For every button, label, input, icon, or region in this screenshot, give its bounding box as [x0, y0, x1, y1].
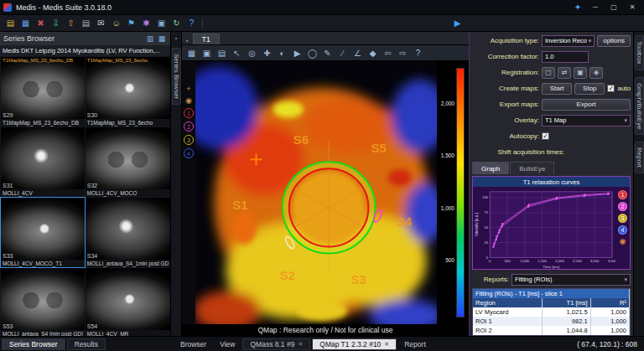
- layout-icon[interactable]: ▣: [154, 17, 169, 30]
- series-thumbnail-S54[interactable]: S54MOLLI_4CV_MR: [86, 268, 170, 336]
- mail-icon[interactable]: ✉: [94, 17, 108, 30]
- app-tab-browser[interactable]: Browser: [174, 340, 212, 348]
- anonymize-icon[interactable]: ☺: [109, 17, 123, 30]
- auto-checkbox[interactable]: ✓: [607, 85, 615, 92]
- reg-deform-button[interactable]: ◈: [589, 67, 603, 79]
- refresh-icon[interactable]: ↻: [169, 17, 184, 30]
- app-tab-view[interactable]: View: [214, 340, 241, 348]
- legend-roi-2[interactable]: 2: [618, 202, 627, 211]
- flag-icon[interactable]: ⚑: [124, 17, 138, 30]
- export-icon[interactable]: ⇧: [64, 17, 78, 30]
- import-icon[interactable]: ⇩: [49, 17, 63, 30]
- list-view-icon[interactable]: ▦: [157, 34, 167, 43]
- save-icon[interactable]: ▦: [184, 46, 199, 59]
- legend-roi-3[interactable]: 3: [618, 214, 627, 223]
- close-tab-icon[interactable]: ✕: [384, 341, 389, 348]
- t1-map-image[interactable]: S1S2S3S4S5S6: [195, 61, 437, 324]
- start-button[interactable]: Start: [542, 83, 572, 95]
- tab-series-browser[interactable]: Series Browser: [2, 338, 65, 350]
- contrast-icon[interactable]: ◐: [275, 46, 289, 59]
- t1-curve-plot[interactable]: 05001,0001,5002,0002,5003,0003,500025507…: [473, 187, 615, 269]
- reg-translate-button[interactable]: ⇄: [558, 67, 571, 79]
- roi-4-button[interactable]: 4: [184, 148, 194, 158]
- dock-tab-report[interactable]: Report: [635, 142, 644, 173]
- dock-tab-graph-bullseye[interactable]: Graph/BullsEye: [635, 77, 644, 136]
- series-thumbnail-S34[interactable]: S34MOLLI_antava_S4_1min post GD: [86, 198, 170, 267]
- stop-button[interactable]: Stop: [574, 83, 605, 95]
- tab-graph[interactable]: Graph: [472, 162, 509, 174]
- app-tab-report[interactable]: Report: [398, 340, 432, 348]
- report-row[interactable]: LV Myocard1,021.51,000: [473, 307, 630, 317]
- reg-none-button[interactable]: ▢: [542, 67, 555, 79]
- series-thumbnail-S53[interactable]: S53MOLLI_antava_S4 [min post GD]: [1, 268, 85, 336]
- reports-select[interactable]: Fitting (ROIs) ▾: [512, 274, 631, 286]
- column-r2[interactable]: R²: [590, 298, 629, 307]
- contour-icon[interactable]: ◯: [305, 46, 319, 59]
- angle-icon[interactable]: ∠: [351, 46, 365, 59]
- close-tab-icon[interactable]: ✕: [298, 341, 303, 348]
- next-icon[interactable]: ⇨: [396, 46, 410, 59]
- dock-tab-toolbox[interactable]: Toolbox: [635, 35, 644, 70]
- viewer-dock-icon[interactable]: ▪: [184, 37, 191, 44]
- draw-icon[interactable]: ✎: [320, 46, 335, 59]
- target-icon[interactable]: ◉: [185, 96, 192, 105]
- report-row[interactable]: ROI 21,044.81,000: [473, 326, 630, 335]
- layout-icon[interactable]: ▣: [200, 46, 214, 59]
- close-button[interactable]: ✕: [624, 2, 641, 13]
- overlay-select[interactable]: T1 Map ▾: [542, 115, 631, 126]
- report-table-title: Fitting (ROIs) - T1 [ms] - slice 1: [473, 289, 630, 298]
- ruler-icon[interactable]: ∕: [335, 46, 350, 59]
- minimize-button[interactable]: ─: [587, 2, 604, 13]
- zoom-icon[interactable]: ◎: [245, 46, 259, 59]
- print-icon[interactable]: ▤: [79, 17, 93, 30]
- pin-icon[interactable]: ▪: [175, 35, 177, 41]
- autocopy-checkbox[interactable]: ✓: [542, 132, 549, 140]
- legend-roi-4[interactable]: 4: [618, 225, 627, 235]
- close-study-icon[interactable]: ✖: [34, 17, 48, 30]
- tab-bullseye[interactable]: BullsEye: [510, 162, 554, 174]
- help-icon[interactable]: ?: [411, 46, 425, 59]
- app-tab-qmap-t1-2-3-2-10[interactable]: QMap T1 2.3.2 #10✕: [312, 338, 397, 350]
- export-button[interactable]: Export: [542, 99, 631, 111]
- series-thumbnail-S32[interactable]: S32MOLLI_4CV_MOCO: [86, 127, 170, 197]
- series-thumbnail-S31[interactable]: S31MOLLI_4CV: [1, 127, 85, 197]
- open-study-icon[interactable]: ▤: [3, 17, 18, 30]
- roi-1-button[interactable]: 1: [184, 108, 194, 118]
- save-study-icon[interactable]: ▦: [18, 17, 33, 30]
- series-thumbnail-S29[interactable]: T1MapMap_MS_23_6echo_DBS29T1MapMap_MS_23…: [1, 57, 85, 126]
- tab-t1[interactable]: T1: [193, 34, 220, 44]
- maximize-button[interactable]: ▢: [605, 2, 622, 13]
- cine-icon[interactable]: ▶: [290, 46, 304, 59]
- roi-3-button[interactable]: 3: [184, 135, 194, 145]
- film-icon[interactable]: ▤: [215, 46, 229, 59]
- crosshair-icon[interactable]: +: [186, 85, 190, 93]
- pointer-icon[interactable]: ↖: [230, 46, 244, 59]
- settings-icon[interactable]: ✱: [139, 17, 153, 30]
- graph-tab-bar: Graph BullsEye: [472, 162, 631, 174]
- report-row[interactable]: ROI 1982.11,000: [473, 317, 630, 326]
- legend-roi-1[interactable]: 1: [618, 190, 627, 199]
- movie-icon[interactable]: ▶: [450, 17, 465, 30]
- dock-tab-series-browser[interactable]: Series Browser: [172, 48, 181, 105]
- help-icon[interactable]: ?: [184, 17, 199, 30]
- column-t1[interactable]: T1 [ms]: [543, 298, 591, 307]
- correction-factor-label: Correction factor:: [472, 53, 539, 60]
- colorbar-labels: 2,0001,5001,000500: [437, 68, 456, 317]
- pan-icon[interactable]: ✚: [260, 46, 274, 59]
- thumbnail-image: S54: [86, 268, 170, 330]
- column-region[interactable]: Region: [473, 298, 543, 307]
- tab-results[interactable]: Results: [67, 338, 106, 350]
- acquisition-type-select[interactable]: Inversion Recovery (T1) ▾: [542, 35, 595, 47]
- correction-factor-input[interactable]: 1.0: [542, 51, 589, 63]
- series-thumbnail-S30[interactable]: T1MapMap_MS_23_6echoS30T1MapMap_MS_23_6e…: [86, 57, 170, 126]
- snapshot-icon[interactable]: ◉: [620, 237, 626, 245]
- reg-rigid-button[interactable]: ▣: [574, 67, 587, 79]
- thumbnail-view-icon[interactable]: ▥: [145, 34, 155, 43]
- options-button[interactable]: options: [597, 35, 631, 47]
- network-icon[interactable]: ✦: [570, 3, 585, 12]
- app-tab-qmass-8-1-9[interactable]: QMass 8.1 #9✕: [242, 338, 310, 350]
- series-thumbnail-S33[interactable]: S33MOLLI_4CV_MOCO_T1: [1, 198, 85, 267]
- roi-2-button[interactable]: 2: [184, 121, 194, 132]
- prev-icon[interactable]: ⇦: [381, 46, 395, 59]
- marker-icon[interactable]: ◆: [366, 46, 380, 59]
